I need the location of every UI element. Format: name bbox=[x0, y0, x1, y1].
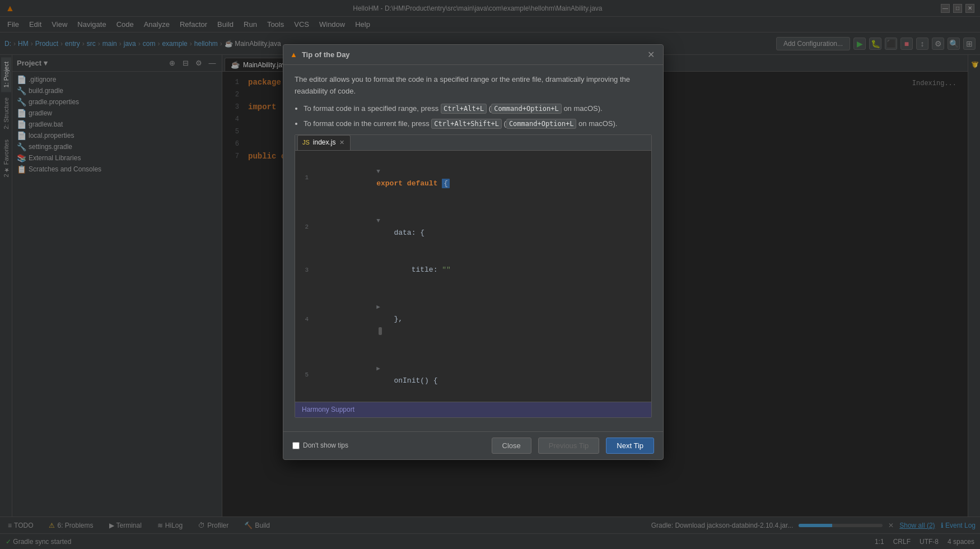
dialog-title-bar: ▲ Tip of the Day ✕ bbox=[283, 45, 663, 65]
js-file-icon: JS bbox=[302, 138, 310, 148]
tip-text: The editor allows you to format the code… bbox=[295, 74, 652, 97]
mini-code-area: 1 ▼ export default { 2 ▼ data: { bbox=[295, 151, 651, 402]
dialog-close-button[interactable]: ✕ bbox=[645, 49, 656, 61]
tip-bullets: To format code in a specified range, pre… bbox=[295, 103, 652, 130]
mini-footer: Harmony Support bbox=[295, 402, 651, 417]
mini-editor: JS index.js ✕ 1 ▼ export default { 2 bbox=[295, 134, 652, 418]
shortcut-1a: Ctrl+Alt+L bbox=[441, 104, 487, 114]
dialog-logo: ▲ bbox=[290, 50, 297, 59]
mini-tab-bar: JS index.js ✕ bbox=[295, 135, 651, 151]
mini-line-2: 2 ▼ data: { bbox=[295, 202, 651, 252]
dialog-footer: Don't show tips Close Previous Tip Next … bbox=[283, 431, 663, 459]
tip-bullet-2: To format code in the current file, pres… bbox=[304, 118, 652, 130]
mini-line-4: 4 ▶ }, bbox=[295, 289, 651, 350]
dialog-overlay: ▲ Tip of the Day ✕ The editor allows you… bbox=[0, 0, 980, 549]
mini-line-5: 5 ▶ onInit() { bbox=[295, 350, 651, 399]
mini-tab-close-icon[interactable]: ✕ bbox=[339, 138, 344, 148]
close-button[interactable]: Close bbox=[492, 438, 531, 454]
shortcut-2b: Command+Option+L bbox=[506, 119, 577, 129]
dont-show-checkbox[interactable] bbox=[292, 442, 300, 449]
mini-editor-tab[interactable]: JS index.js ✕ bbox=[297, 135, 351, 150]
mini-line-1: 1 ▼ export default { bbox=[295, 153, 651, 202]
tip-bullet-1: To format code in a specified range, pre… bbox=[304, 103, 652, 115]
dialog-body: The editor allows you to format the code… bbox=[283, 65, 663, 431]
shortcut-2a: Ctrl+Alt+Shift+L bbox=[431, 119, 502, 129]
shortcut-1b: Command+Option+L bbox=[491, 104, 562, 114]
tip-of-the-day-dialog: ▲ Tip of the Day ✕ The editor allows you… bbox=[283, 44, 664, 459]
dont-show-label[interactable]: Don't show tips bbox=[292, 441, 485, 449]
dialog-title: Tip of the Day bbox=[302, 50, 641, 59]
mini-line-3: 3 title: "" bbox=[295, 252, 651, 289]
next-tip-button[interactable]: Next Tip bbox=[606, 438, 654, 454]
previous-tip-button[interactable]: Previous Tip bbox=[538, 438, 600, 454]
